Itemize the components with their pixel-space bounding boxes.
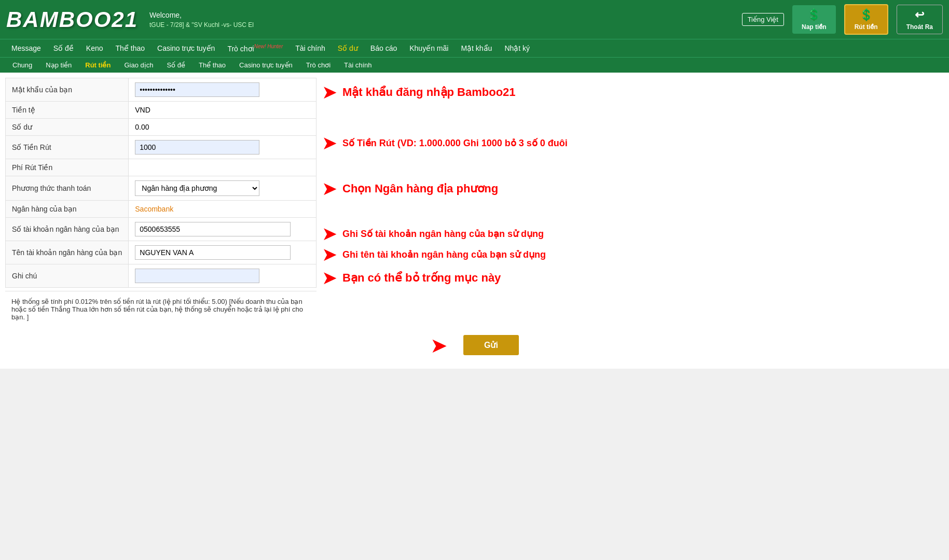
ticker-text: tGUE - 7/28] & "SV Kuchl -vs- USC El	[149, 21, 734, 29]
form-row-currency: Tiền tệ VND	[6, 101, 317, 118]
footer-note: Hệ thống sẽ tính phí 0.012% trên số tiền…	[5, 291, 317, 327]
payment-select[interactable]: Ngân hàng địa phương Chuyển khoản	[135, 180, 259, 196]
form-row-balance: Số dư 0.00	[6, 118, 317, 135]
nav-the-thao[interactable]: Thể thao	[111, 40, 150, 57]
form-row-password: Mật khẩu của bạn	[6, 78, 317, 101]
spacer1	[322, 102, 944, 133]
lang-button[interactable]: Tiếng Việt	[742, 13, 784, 26]
subnav-the-thao[interactable]: Thể thao	[192, 58, 232, 73]
naptien-button[interactable]: 💲 Nap tiền	[792, 5, 836, 34]
subnav-ruttien[interactable]: Rút tiền	[79, 58, 117, 73]
form-table: Mật khẩu của bạn Tiền tệ VND	[5, 78, 317, 288]
ruttien-button[interactable]: 💲 Rút tiền	[844, 4, 888, 35]
currency-value: VND	[135, 106, 150, 114]
nav-nhat-ky[interactable]: Nhật ký	[499, 40, 535, 57]
annotations-wrapper: ➤ Mật khẩu đăng nhập Bamboo21 ➤ Số Tiền …	[317, 78, 944, 288]
cell-payment: Ngân hàng địa phương Chuyển khoản	[129, 176, 317, 200]
welcome-text: Welcome,	[149, 11, 734, 19]
spacer2	[322, 153, 944, 179]
arrow-password: ➤	[322, 83, 337, 102]
new-badge: New! Hunter	[254, 44, 283, 49]
arrow-note: ➤	[322, 269, 337, 287]
submit-area: ➤ Gửi	[5, 327, 944, 363]
note-input[interactable]	[135, 269, 259, 283]
password-input[interactable]	[135, 82, 259, 97]
ann-text-amount: Số Tiền Rút (VD: 1.000.000 Ghi 1000 bỏ 3…	[342, 137, 568, 149]
cell-fee	[129, 159, 317, 176]
nav-so-du[interactable]: Số dư	[333, 40, 363, 57]
bank-name-value: Sacombank	[135, 205, 173, 213]
account-number-input[interactable]	[135, 222, 291, 236]
header-center: Welcome, tGUE - 7/28] & "SV Kuchl -vs- U…	[149, 11, 734, 29]
arrow-amount: ➤	[322, 134, 337, 152]
label-bank: Ngân hàng của bạn	[6, 200, 129, 217]
cell-password	[129, 78, 317, 101]
form-wrapper: Mật khẩu của bạn Tiền tệ VND	[5, 78, 317, 288]
nav-keno[interactable]: Keno	[81, 40, 108, 57]
naptien-icon: 💲	[807, 8, 821, 22]
annotation-acc-name: ➤ Ghi tên tài khoản ngân hàng của bạn sử…	[322, 245, 944, 264]
ann-text-password: Mật khẩu đăng nhập Bamboo21	[342, 86, 516, 99]
nav-tai-chinh[interactable]: Tài chính	[290, 40, 331, 57]
cell-balance: 0.00	[129, 118, 317, 135]
annotation-payment: ➤ Chọn Ngân hàng địa phương	[322, 179, 944, 198]
cell-amount	[129, 135, 317, 159]
annotation-password: ➤ Mật khẩu đăng nhập Bamboo21	[322, 83, 944, 102]
nav-mat-khau[interactable]: Mật khẩu	[456, 40, 497, 57]
sub-nav: Chung Nạp tiền Rút tiền Giao dịch Số đề …	[0, 57, 949, 73]
content-area: Mật khẩu của bạn Tiền tệ VND	[0, 73, 949, 369]
ann-text-acc-num: Ghi Số tài khoản ngân hàng của bạn sử dụ…	[342, 228, 544, 240]
cell-currency: VND	[129, 101, 317, 118]
annotation-acc-num: ➤ Ghi Số tài khoản ngân hàng của bạn sử …	[322, 225, 944, 243]
label-password: Mật khẩu của bạn	[6, 78, 129, 101]
amount-input[interactable]	[135, 140, 259, 155]
arrow-payment: ➤	[322, 179, 337, 198]
label-amount: Số Tiền Rút	[6, 135, 129, 159]
ann-text-acc-name: Ghi tên tài khoản ngân hàng của bạn sử d…	[342, 249, 546, 260]
account-name-input[interactable]	[135, 245, 291, 260]
label-fee: Phí Rút Tiền	[6, 159, 129, 176]
form-row-payment: Phương thức thanh toán Ngân hàng địa phư…	[6, 176, 317, 200]
main-nav: Message Số đề Keno Thể thao Casino trực …	[0, 39, 949, 57]
thoatra-button[interactable]: ↩ Thoát Ra	[897, 5, 943, 34]
label-account-number: Số tài khoản ngân hàng của bạn	[6, 217, 129, 241]
footer-note-text: Hệ thống sẽ tính phí 0.012% trên số tiền…	[11, 298, 303, 321]
label-note: Ghi chú	[6, 264, 129, 287]
nav-message[interactable]: Message	[6, 40, 46, 57]
ruttien-icon: 💲	[859, 8, 873, 22]
submit-arrow: ➤	[430, 333, 448, 357]
ann-text-note: Bạn có thể bỏ trống mục này	[342, 271, 501, 285]
label-payment: Phương thức thanh toán	[6, 176, 129, 200]
subnav-giao-dich[interactable]: Giao dịch	[118, 58, 159, 73]
annotation-amount: ➤ Số Tiền Rút (VD: 1.000.000 Ghi 1000 bỏ…	[322, 134, 944, 152]
nav-bao-cao[interactable]: Báo cáo	[365, 40, 402, 57]
label-balance: Số dư	[6, 118, 129, 135]
thoatra-icon: ↩	[915, 8, 924, 22]
nav-casino[interactable]: Casino trực tuyến	[152, 40, 220, 57]
cell-account-number	[129, 217, 317, 241]
form-row-bank: Ngân hàng của bạn Sacombank	[6, 200, 317, 217]
nav-khuyen-mai[interactable]: Khuyến mãi	[404, 40, 453, 57]
arrow-acc-name: ➤	[322, 245, 337, 264]
arrow-acc-num: ➤	[322, 225, 337, 243]
nav-tro-choi[interactable]: Trò chơiNew! Hunter	[222, 39, 288, 57]
form-row-note: Ghi chú	[6, 264, 317, 287]
subnav-chung[interactable]: Chung	[6, 58, 38, 73]
submit-button[interactable]: Gửi	[463, 335, 519, 355]
subnav-casino[interactable]: Casino trực tuyến	[233, 58, 299, 73]
label-currency: Tiền tệ	[6, 101, 129, 118]
nav-so-de[interactable]: Số đề	[48, 40, 79, 57]
header: BAMBOO21 Welcome, tGUE - 7/28] & "SV Kuc…	[0, 0, 949, 39]
balance-value: 0.00	[135, 123, 149, 131]
form-row-account-name: Tên tài khoản ngân hàng của bạn	[6, 241, 317, 264]
subnav-so-de[interactable]: Số đề	[160, 58, 191, 73]
form-row-amount: Số Tiền Rút	[6, 135, 317, 159]
spacer3	[322, 198, 944, 224]
annotation-accounts: ➤ Ghi Số tài khoản ngân hàng của bạn sử …	[322, 225, 944, 264]
logo: BAMBOO21	[6, 7, 141, 32]
subnav-tai-chinh[interactable]: Tài chính	[338, 58, 378, 73]
subnav-naptien[interactable]: Nạp tiền	[39, 58, 78, 73]
subnav-tro-choi[interactable]: Trò chơi	[300, 58, 337, 73]
form-row-account-number: Số tài khoản ngân hàng của bạn	[6, 217, 317, 241]
cell-note	[129, 264, 317, 287]
